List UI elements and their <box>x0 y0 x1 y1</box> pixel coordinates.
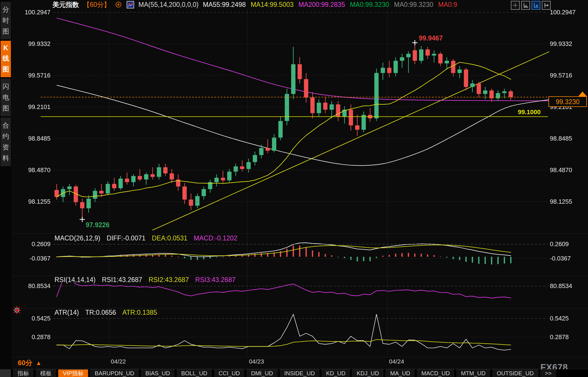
atr-pane-header: ATR(14) TR:0.0656 ATR:0.1385 <box>54 309 157 316</box>
svg-text:04/24: 04/24 <box>389 358 404 365</box>
ma-legend-value-5: MA0:9 <box>438 1 457 9</box>
triangle-up-icon: ▲ <box>36 360 42 366</box>
indicator-tab-[interactable]: 模板 <box>36 369 56 377</box>
macd-dea-value: DEA:0.0531 <box>152 234 187 242</box>
ma-legend-value-0: MA55:99.2498 <box>203 1 246 9</box>
tabbar-corner <box>0 369 11 377</box>
indicator-tabbar: 指标模板VIP指标BARUPDN_UDBIAS_UDBOLL_UDCCI_UDD… <box>0 369 588 377</box>
svg-text:98.4870: 98.4870 <box>28 167 50 174</box>
macd-diff-value: DIFF:-0.0071 <box>107 234 146 242</box>
rsi3-value: RSI3:43.2687 <box>195 276 236 284</box>
svg-text:100.2947: 100.2947 <box>25 9 50 16</box>
ma-legend-value-2: MA200:99.2835 <box>299 1 345 9</box>
svg-text:99.3230: 99.3230 <box>556 98 579 106</box>
svg-text:99.5716: 99.5716 <box>28 72 50 79</box>
rsi2-value: RSI2:43.2687 <box>149 276 189 284</box>
svg-text:04/22: 04/22 <box>111 358 126 365</box>
svg-text:0.2878: 0.2878 <box>550 334 569 341</box>
svg-text:99.9332: 99.9332 <box>550 40 572 47</box>
timeframe-selector[interactable]: 60分 ▲ <box>18 358 42 368</box>
symbol-title: 美元指数 <box>52 0 79 9</box>
indicator-tab-mtm_ud[interactable]: MTM_UD <box>456 369 490 377</box>
svg-text:0.2609: 0.2609 <box>32 241 50 248</box>
atr-value: ATR:0.1385 <box>122 309 157 316</box>
atr-params: ATR(14) <box>54 309 79 316</box>
trading-app-window: 分时图K线图闪电图合约资料 美元指数 【60分】 MA(55,14,200,0,… <box>0 0 588 377</box>
indicator-tab-bias_ud[interactable]: BIAS_UD <box>141 369 175 377</box>
timeframe-label: 60分 <box>18 358 32 368</box>
period-label: 【60分】 <box>83 0 110 9</box>
svg-text:0.5425: 0.5425 <box>32 315 50 322</box>
macd-params: MACD(26,12,9) <box>54 234 100 242</box>
axis-toolbar <box>511 1 551 10</box>
svg-text:04/23: 04/23 <box>249 358 264 365</box>
svg-text:97.9226: 97.9226 <box>86 221 110 229</box>
ma-legend-value-4: MA0:99.3230 <box>394 1 433 9</box>
chart-header: 美元指数 【60分】 MA(55,14,200,0,0,0) MA55:99.2… <box>52 0 457 9</box>
svg-text:98.4870: 98.4870 <box>550 167 572 174</box>
add-compare-icon[interactable] <box>115 1 122 8</box>
indicator-tab-kd_ud[interactable]: KD_UD <box>322 369 350 377</box>
svg-text:0.5425: 0.5425 <box>550 315 569 322</box>
indicator-tab-cci_ud[interactable]: CCI_UD <box>214 369 244 377</box>
ma-legend: MA55:99.2498MA14:99.5003MA200:99.2835MA0… <box>203 1 457 9</box>
indicator-tab-inside_ud[interactable]: INSIDE_UD <box>280 369 320 377</box>
candlestick-mini-icon[interactable] <box>126 1 134 9</box>
svg-text:98.1255: 98.1255 <box>28 198 50 205</box>
ma-legend-value-1: MA14:99.5003 <box>251 1 294 9</box>
svg-text:0.2609: 0.2609 <box>550 241 569 248</box>
indicator-tab-[interactable]: >> <box>540 369 556 377</box>
indicator-tab-macd_ud[interactable]: MACD_UD <box>417 369 454 377</box>
macd-pane-header: MACD(26,12,9) DIFF:-0.0071 DEA:0.0531 MA… <box>54 234 237 242</box>
indicator-tab-vip[interactable]: VIP指标 <box>58 369 88 377</box>
svg-text:80.8534: 80.8534 <box>550 283 572 289</box>
axis-auto-fit-icon[interactable] <box>531 1 540 10</box>
svg-text:99.9332: 99.9332 <box>28 40 50 47</box>
svg-text:99.9467: 99.9467 <box>419 34 443 42</box>
svg-text:99.1000: 99.1000 <box>518 108 541 116</box>
indicator-tab-kdj_ud[interactable]: KDJ_UD <box>352 369 383 377</box>
svg-text:80.8534: 80.8534 <box>28 283 50 289</box>
axis-scale-icon[interactable] <box>521 1 530 10</box>
macd-hist-value: MACD:-0.1202 <box>194 234 237 242</box>
indicator-tab-boll_ud[interactable]: BOLL_UD <box>177 369 212 377</box>
svg-text:98.1255: 98.1255 <box>550 198 572 205</box>
atr-tr-value: TR:0.0656 <box>85 309 116 316</box>
svg-text:99.5716: 99.5716 <box>550 72 572 79</box>
chart-canvas[interactable]: 100.2947100.294799.933299.933299.571699.… <box>0 0 588 377</box>
ma-legend-value-3: MA0:99.3230 <box>350 1 389 9</box>
svg-text:100.2947: 100.2947 <box>550 9 576 16</box>
rsi1-value: RSI1:43.2687 <box>102 276 142 284</box>
axis-shift-icon[interactable] <box>542 1 551 10</box>
indicator-tab-outside_ud[interactable]: OUTSIDE_UD <box>492 369 538 377</box>
ma-settings-label: MA(55,14,200,0,0,0) <box>139 1 199 9</box>
svg-text:98.8485: 98.8485 <box>28 135 50 142</box>
svg-text:-0.0367: -0.0367 <box>30 255 50 262</box>
svg-text:99.2101: 99.2101 <box>28 104 50 110</box>
svg-text:98.8485: 98.8485 <box>550 135 572 142</box>
indicator-tab-dmi_ud[interactable]: DMI_UD <box>246 369 278 377</box>
svg-text:-0.0367: -0.0367 <box>550 255 571 262</box>
indicator-tab-ma_ud[interactable]: MA_UD <box>385 369 415 377</box>
alert-beacon-icon[interactable] <box>13 306 21 316</box>
pan-crosshair-icon[interactable] <box>511 1 520 10</box>
indicator-tab-[interactable]: 指标 <box>13 369 34 377</box>
rsi-pane-header: RSI(14,14,14) RSI1:43.2687 RSI2:43.2687 … <box>54 276 235 284</box>
indicator-tab-barupdn_ud[interactable]: BARUPDN_UD <box>90 369 139 377</box>
rsi-params: RSI(14,14,14) <box>54 276 96 284</box>
svg-text:0.2878: 0.2878 <box>32 334 50 341</box>
